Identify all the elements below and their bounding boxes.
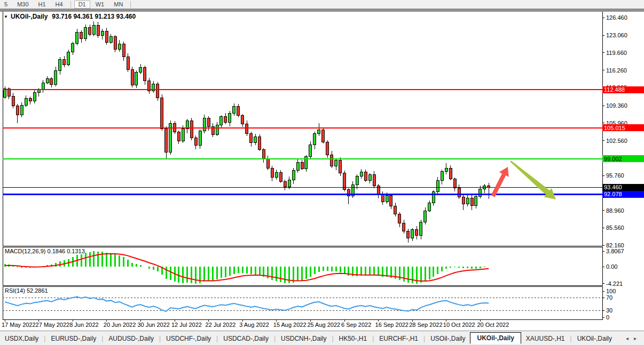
- svg-text:16 Sep 2022: 16 Sep 2022: [375, 322, 409, 328]
- tab-hk50-h1[interactable]: HK50-,H1: [334, 333, 372, 344]
- timeframe-button-D1[interactable]: D1: [74, 1, 90, 9]
- svg-text:15 Aug 2022: 15 Aug 2022: [273, 322, 307, 328]
- svg-text:6 Sep 2022: 6 Sep 2022: [341, 322, 371, 328]
- tab-usdcnh-daily[interactable]: USDCNH-,Daily: [276, 333, 331, 344]
- tab-scroll-right-icon[interactable]: ▸: [634, 335, 637, 341]
- tab-usdcad-daily[interactable]: USDCAD-,Daily: [218, 333, 273, 344]
- svg-text:▼: ▼: [4, 14, 8, 19]
- tab-eurusd-daily[interactable]: EURUSD-,Daily: [46, 333, 101, 344]
- svg-text:25 Aug 2022: 25 Aug 2022: [307, 322, 340, 328]
- tab-ukoil-daily[interactable]: UKOil-,Daily: [572, 333, 617, 344]
- svg-text:3 Aug 2022: 3 Aug 2022: [239, 322, 269, 328]
- svg-text:3.8067: 3.8067: [606, 248, 624, 254]
- svg-text:116.260: 116.260: [606, 67, 627, 74]
- svg-text:126.460: 126.460: [606, 14, 627, 21]
- svg-text:17 May 2022: 17 May 2022: [2, 322, 36, 328]
- svg-text:12 Jul 2022: 12 Jul 2022: [171, 322, 202, 328]
- symbol-tab-bar: USDX,Daily|EURUSD-,Daily|AUDUSD-,Daily|U…: [0, 331, 644, 345]
- svg-text:20 Jun 2022: 20 Jun 2022: [104, 322, 136, 328]
- svg-text:UKOil-,Daily93.716 94.361 91.2: UKOil-,Daily93.716 94.361 91.213 93.460: [11, 13, 136, 20]
- chart-title: ▼UKOil-,Daily93.716 94.361 91.213 93.460: [4, 13, 136, 20]
- tab-usdchf-daily[interactable]: USDCHF-,Daily: [161, 333, 216, 344]
- timeframe-button-H1[interactable]: H1: [34, 1, 50, 9]
- timeframe-button-5[interactable]: 5: [0, 1, 12, 9]
- svg-text:88.960: 88.960: [606, 207, 624, 214]
- svg-text:100: 100: [606, 288, 616, 294]
- svg-text:28 Sep 2022: 28 Sep 2022: [409, 322, 442, 328]
- price-axis: 126.460123.060119.660116.260112.860109.3…: [602, 14, 627, 248]
- svg-text:27 May 2022: 27 May 2022: [36, 322, 70, 328]
- svg-text:0.00: 0.00: [606, 263, 617, 270]
- tab-eurchf-h1[interactable]: EURCHF-,H1: [374, 333, 423, 344]
- toolbar-separator: [0, 9, 644, 12]
- rsi-label: RSI(14) 52.2861: [5, 287, 48, 294]
- svg-text:70: 70: [606, 294, 612, 301]
- svg-text:85.560: 85.560: [606, 224, 624, 231]
- svg-text:30 Jun 2022: 30 Jun 2022: [137, 322, 170, 328]
- title-ohlc: 93.716 94.361 91.213 93.460: [52, 13, 136, 20]
- svg-text:123.060: 123.060: [606, 32, 627, 38]
- svg-text:105.015: 105.015: [604, 125, 625, 131]
- svg-text:10 Oct 2022: 10 Oct 2022: [443, 322, 475, 328]
- timeframe-button-W1[interactable]: W1: [91, 1, 109, 9]
- terminal-window: 126.460123.060119.660116.260112.860109.3…: [0, 0, 644, 345]
- svg-text:30: 30: [606, 307, 612, 314]
- timeframe-button-H4[interactable]: H4: [51, 1, 67, 9]
- tab-scroll-arrows: ◂▸: [626, 335, 644, 341]
- rsi-line: [5, 297, 489, 311]
- tab-usdx-daily[interactable]: USDX,Daily: [0, 333, 43, 344]
- toolbar-divider: [130, 1, 131, 8]
- svg-text:-4.221: -4.221: [606, 280, 623, 287]
- svg-text:109.360: 109.360: [606, 102, 627, 109]
- toolbar-divider: [70, 1, 71, 8]
- title-symbol: UKOil-,Daily: [11, 13, 48, 20]
- horizontal-level-lines[interactable]: [3, 90, 602, 194]
- svg-text:20 Oct 2022: 20 Oct 2022: [477, 322, 509, 328]
- timeframe-button-M30[interactable]: M30: [13, 1, 33, 9]
- svg-text:95.760: 95.760: [606, 172, 624, 179]
- chart-canvas[interactable]: 126.460123.060119.660116.260112.860109.3…: [0, 0, 644, 331]
- time-axis: 17 May 202227 May 20228 Jun 202220 Jun 2…: [2, 319, 509, 328]
- svg-text:22 Jul 2022: 22 Jul 2022: [206, 322, 236, 328]
- svg-text:93.460: 93.460: [604, 184, 622, 190]
- macd-panel: 3.80670.00-4.221: [5, 248, 624, 287]
- candlestick-series: [4, 21, 490, 243]
- svg-text:112.488: 112.488: [604, 86, 625, 93]
- tab-usoil-daily[interactable]: USOil-,Daily: [426, 333, 470, 344]
- svg-text:82.160: 82.160: [606, 242, 624, 248]
- tab-scroll-left-icon[interactable]: ◂: [626, 335, 629, 341]
- tab-xauusd-h1[interactable]: XAUUSD-,H1: [521, 333, 570, 344]
- tab-audusd-daily[interactable]: AUDUSD-,Daily: [104, 333, 159, 344]
- timeframe-button-MN[interactable]: MN: [109, 1, 127, 9]
- macd-label: MACD(12,26,9) 0.1846 0.1313: [5, 248, 85, 254]
- svg-text:0: 0: [606, 314, 609, 320]
- svg-text:119.660: 119.660: [606, 50, 627, 56]
- svg-text:99.002: 99.002: [604, 156, 622, 162]
- timeframe-toolbar: 5M30H1H4D1W1MN: [0, 0, 644, 9]
- svg-text:102.560: 102.560: [606, 138, 627, 144]
- svg-text:92.078: 92.078: [604, 191, 622, 197]
- bullish-arrow-annotation[interactable]: [491, 167, 508, 197]
- rsi-panel: 10070300: [3, 288, 616, 320]
- tab-ukoil-daily[interactable]: UKOil-,Daily: [470, 332, 521, 344]
- svg-text:8 Jun 2022: 8 Jun 2022: [69, 322, 98, 328]
